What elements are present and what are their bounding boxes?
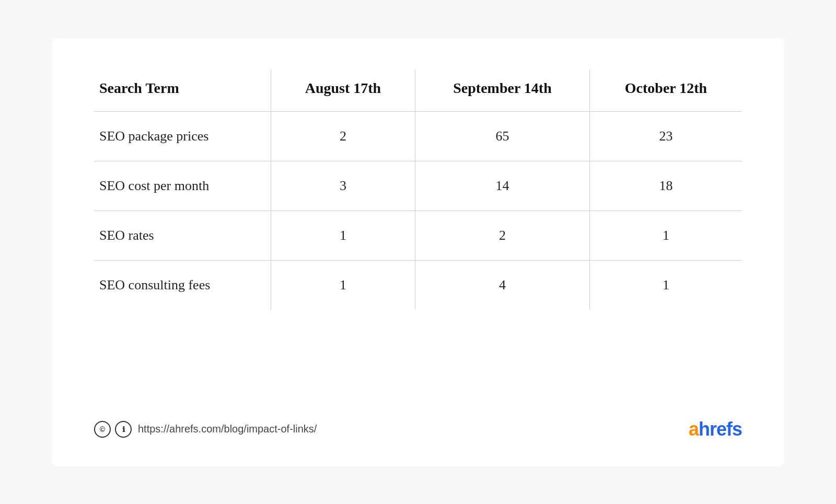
info-icon: ℹ	[115, 421, 132, 438]
ahrefs-logo-rest: hrefs	[699, 418, 742, 440]
table-row: SEO consulting fees141	[94, 260, 742, 310]
header-search-term: Search Term	[94, 69, 271, 112]
header-september: September 14th	[415, 69, 590, 112]
footer: © ℹ https://ahrefs.com/blog/impact-of-li…	[94, 413, 742, 440]
table-row: SEO rates121	[94, 210, 742, 260]
table-wrapper: Search Term August 17th September 14th O…	[94, 69, 742, 310]
cell-term: SEO rates	[94, 210, 271, 260]
main-card: Search Term August 17th September 14th O…	[52, 38, 784, 466]
cell-col1: 1	[271, 260, 415, 310]
table-row: SEO cost per month31418	[94, 161, 742, 210]
footer-left: © ℹ https://ahrefs.com/blog/impact-of-li…	[94, 421, 317, 438]
cell-col3: 1	[589, 260, 742, 310]
footer-icons: © ℹ	[94, 421, 132, 438]
cell-col2: 4	[415, 260, 590, 310]
cell-col1: 3	[271, 161, 415, 210]
cell-col2: 14	[415, 161, 590, 210]
table-row: SEO package prices26523	[94, 111, 742, 161]
header-august: August 17th	[271, 69, 415, 112]
ahrefs-logo: ahrefs	[689, 418, 742, 440]
cell-col1: 1	[271, 210, 415, 260]
cell-col1: 2	[271, 111, 415, 161]
cell-term: SEO package prices	[94, 111, 271, 161]
cc-icon: ©	[94, 421, 111, 438]
cell-term: SEO cost per month	[94, 161, 271, 210]
cell-col3: 1	[589, 210, 742, 260]
cell-col3: 18	[589, 161, 742, 210]
data-table: Search Term August 17th September 14th O…	[94, 69, 742, 310]
cell-term: SEO consulting fees	[94, 260, 271, 310]
footer-url: https://ahrefs.com/blog/impact-of-links/	[138, 423, 317, 435]
ahrefs-logo-a: a	[689, 418, 699, 440]
cell-col3: 23	[589, 111, 742, 161]
header-october: October 12th	[589, 69, 742, 112]
cell-col2: 2	[415, 210, 590, 260]
cell-col2: 65	[415, 111, 590, 161]
